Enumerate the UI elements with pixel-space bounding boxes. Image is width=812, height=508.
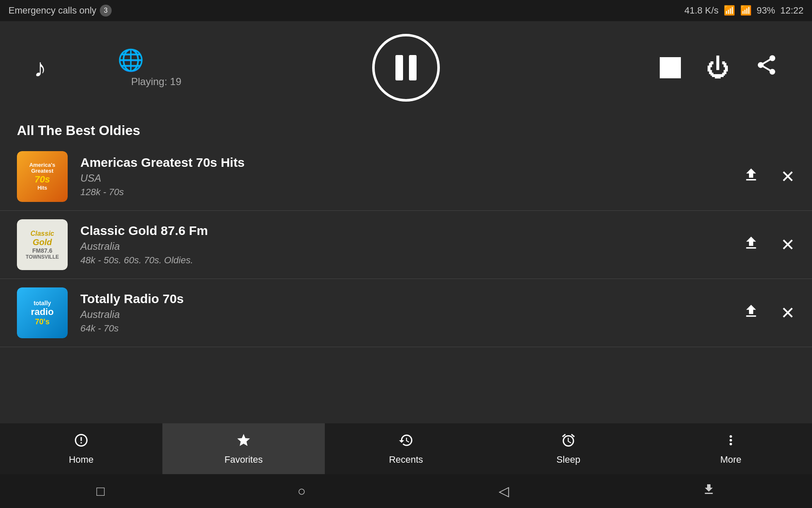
android-nav: □ ○ ◁	[0, 474, 812, 508]
station-country-3: Australia	[80, 309, 730, 320]
clock: 12:22	[780, 5, 804, 16]
station-actions-2: ✕	[743, 235, 795, 255]
more-label: More	[720, 454, 741, 465]
status-bar: Emergency calls only 3 41.8 K/s 📶 📶 93% …	[0, 0, 812, 21]
nav-item-favorites[interactable]: Favorites	[162, 423, 325, 474]
radio-list: America's Greatest 70s Hits Americas Gre…	[0, 143, 812, 347]
signal-icon: 📶	[740, 5, 752, 16]
playing-label: Playing: 19	[131, 76, 181, 88]
upload-button-2[interactable]	[743, 235, 760, 255]
emergency-text: Emergency calls only	[8, 5, 96, 16]
favorites-icon	[236, 433, 251, 452]
pause-icon	[395, 55, 417, 80]
station-logo-1: America's Greatest 70s Hits	[17, 151, 68, 202]
data-speed: 41.8 K/s	[684, 5, 719, 16]
station-details-2: 48k - 50s. 60s. 70s. Oldies.	[80, 255, 730, 266]
station-name-3: Totally Radio 70s	[80, 292, 730, 306]
status-left: Emergency calls only 3	[8, 5, 112, 17]
station-logo-2: Classic Gold FM87.6 TOWNSVILLE	[17, 219, 68, 270]
remove-button-2[interactable]: ✕	[781, 235, 795, 254]
bottom-nav: Home Favorites Recents Sleep	[0, 423, 812, 474]
power-button[interactable]: ⏻	[706, 54, 730, 81]
control-bar: ♪ 🌐 Playing: 19 ⏻	[0, 21, 812, 114]
remove-button-3[interactable]: ✕	[781, 303, 795, 323]
recents-label: Recents	[389, 454, 423, 465]
battery-level: 93%	[757, 5, 775, 16]
sleep-label: Sleep	[557, 454, 580, 465]
notification-badge: 3	[100, 5, 112, 17]
station-info-1: Americas Greatest 70s Hits USA 128k - 70…	[80, 155, 730, 198]
upload-button-3[interactable]	[743, 303, 760, 323]
favorites-label: Favorites	[225, 454, 263, 465]
section-title: All The Best Oldies	[0, 114, 812, 143]
nav-item-recents[interactable]: Recents	[325, 423, 487, 474]
android-home-button[interactable]: ○	[297, 483, 305, 499]
station-name-1: Americas Greatest 70s Hits	[80, 155, 730, 170]
left-area: ♪ 🌐 Playing: 19	[34, 48, 181, 88]
station-actions-1: ✕	[743, 166, 795, 187]
stop-button[interactable]	[660, 57, 681, 78]
nav-item-sleep[interactable]: Sleep	[487, 423, 650, 474]
music-icon[interactable]: ♪	[34, 53, 47, 83]
share-button[interactable]	[755, 53, 778, 82]
sleep-icon	[561, 433, 576, 452]
station-details-3: 64k - 70s	[80, 323, 730, 334]
radio-item[interactable]: America's Greatest 70s Hits Americas Gre…	[0, 143, 812, 211]
android-back-button[interactable]: ◁	[499, 483, 509, 499]
radio-item[interactable]: Classic Gold FM87.6 TOWNSVILLE Classic G…	[0, 211, 812, 279]
bluetooth-icon: 📶	[724, 5, 735, 16]
home-label: Home	[69, 454, 94, 465]
more-icon	[723, 433, 738, 452]
android-download-button[interactable]	[702, 483, 716, 500]
station-logo-3: totally radio 70's	[17, 287, 68, 338]
globe-container: 🌐 Playing: 19	[80, 48, 181, 88]
nav-item-more[interactable]: More	[650, 423, 812, 474]
station-info-3: Totally Radio 70s Australia 64k - 70s	[80, 292, 730, 334]
status-right: 41.8 K/s 📶 📶 93% 12:22	[684, 5, 804, 16]
station-details-1: 128k - 70s	[80, 187, 730, 198]
android-recent-button[interactable]: □	[96, 483, 104, 499]
station-info-2: Classic Gold 87.6 Fm Australia 48k - 50s…	[80, 224, 730, 266]
right-controls: ⏻	[660, 53, 778, 82]
station-country-1: USA	[80, 172, 730, 184]
station-name-2: Classic Gold 87.6 Fm	[80, 224, 730, 238]
station-actions-3: ✕	[743, 303, 795, 323]
station-country-2: Australia	[80, 240, 730, 252]
remove-button-1[interactable]: ✕	[781, 167, 795, 186]
globe-icon[interactable]: 🌐	[118, 48, 144, 72]
nav-item-home[interactable]: Home	[0, 423, 162, 474]
radio-item[interactable]: totally radio 70's Totally Radio 70s Aus…	[0, 279, 812, 347]
recents-icon	[398, 433, 414, 452]
upload-button-1[interactable]	[743, 166, 760, 187]
pause-button[interactable]	[372, 34, 440, 102]
home-icon	[74, 433, 89, 452]
